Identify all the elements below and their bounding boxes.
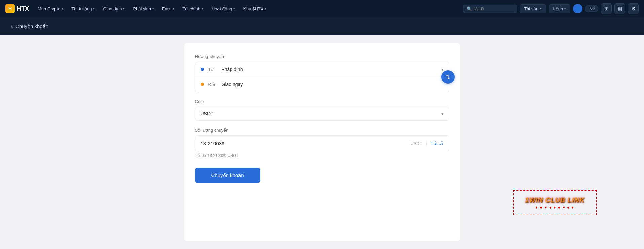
- to-value: Giao ngay: [222, 82, 444, 87]
- nav-giao-dich[interactable]: Giao dịch ▾: [100, 4, 128, 13]
- nav-khu-htx[interactable]: Khu $HTX ▾: [240, 4, 270, 13]
- direction-box: Từ Pháp định ▾ Đến Giao ngay: [195, 62, 449, 92]
- logo[interactable]: H HTX: [5, 4, 29, 13]
- chevron-down-icon: ▾: [202, 7, 203, 10]
- amount-section: Số lượng chuyển USDT Tất cả Tối đa 13.21…: [195, 128, 449, 158]
- chevron-down-icon: ▾: [265, 7, 266, 10]
- coin-select[interactable]: USDT ▾: [195, 107, 449, 121]
- ad-main-text: 1WIN CLUB LINK: [525, 196, 584, 204]
- from-label: Từ: [208, 67, 218, 72]
- chevron-down-icon: ▾: [152, 7, 154, 10]
- from-value: Pháp định: [222, 67, 437, 72]
- main-content: Hướng chuyển Từ Pháp định ▾ Đến Giao nga…: [0, 35, 644, 249]
- chevron-down-icon: ▾: [540, 7, 542, 10]
- all-button[interactable]: Tất cả: [431, 141, 444, 146]
- chevron-down-icon: ▾: [123, 7, 125, 10]
- page-container: Hướng chuyển Từ Pháp định ▾ Đến Giao nga…: [184, 43, 460, 241]
- amount-unit: USDT: [410, 141, 426, 146]
- amount-label: Số lượng chuyển: [195, 128, 449, 133]
- coin-section: Coin USDT ▾: [195, 99, 449, 121]
- to-dot: [201, 83, 204, 86]
- back-arrow-icon: ‹: [11, 23, 13, 30]
- nav-hoat-dong[interactable]: Hoạt động ▾: [208, 4, 239, 13]
- direction-section: Hướng chuyển Từ Pháp định ▾ Đến Giao nga…: [195, 54, 449, 92]
- chevron-down-icon: ▾: [441, 111, 444, 116]
- search-icon: 🔍: [467, 6, 472, 11]
- nav-phai-sinh[interactable]: Phái sinh ▾: [129, 4, 157, 13]
- settings-icon[interactable]: ⚙: [628, 3, 639, 14]
- from-dot: [201, 68, 204, 71]
- logo-icon: H: [5, 4, 15, 13]
- chevron-down-icon: ▾: [62, 7, 63, 10]
- tai-san-button[interactable]: Tài sản ▾: [520, 4, 546, 13]
- chevron-down-icon: ▾: [93, 7, 95, 10]
- subheader: ‹ Chuyển khoản: [0, 17, 644, 35]
- page-title: Chuyển khoản: [15, 23, 48, 29]
- transfer-button[interactable]: Chuyển khoản: [195, 168, 260, 183]
- lenh-button[interactable]: Lệnh ▾: [549, 4, 571, 13]
- nav-tai-chinh[interactable]: Tài chính ▾: [179, 4, 206, 13]
- to-row[interactable]: Đến Giao ngay: [195, 77, 449, 92]
- amount-box: USDT Tất cả: [195, 135, 449, 151]
- search-box[interactable]: 🔍: [463, 5, 517, 13]
- back-button[interactable]: ‹ Chuyển khoản: [11, 23, 48, 30]
- navbar: H HTX Mua Crypto ▾ Thị trường ▾ Giao dịc…: [0, 0, 644, 17]
- swap-button[interactable]: ⇅: [441, 70, 455, 84]
- notification-badge[interactable]: 7/0: [585, 5, 598, 12]
- coin-value: USDT: [201, 111, 214, 116]
- navbar-right: 🔍 Tài sản ▾ Lệnh ▾ 👤 7/0 ⊞ ▦ ⚙: [463, 3, 639, 14]
- avatar[interactable]: 👤: [573, 4, 582, 13]
- nav-mua-crypto[interactable]: Mua Crypto ▾: [34, 4, 67, 13]
- max-hint: Tối đa 13.210039 USDT: [195, 153, 449, 158]
- search-input[interactable]: [474, 6, 513, 11]
- nav-earn[interactable]: Earn ▾: [159, 4, 178, 13]
- coin-label: Coin: [195, 99, 449, 104]
- nav-thi-truong[interactable]: Thị trường ▾: [68, 4, 98, 13]
- chevron-down-icon: ▾: [441, 67, 444, 72]
- chevron-down-icon: ▾: [233, 7, 235, 10]
- chevron-down-icon: ▾: [173, 7, 174, 10]
- layout-icon[interactable]: ⊞: [601, 3, 612, 14]
- amount-input[interactable]: [201, 141, 411, 146]
- chevron-down-icon: ▾: [564, 7, 566, 10]
- direction-label: Hướng chuyển: [195, 54, 449, 59]
- ad-sub-text: ♦ ♣ ♥ ♠ ♦ ♣ ♥ ♠ ♦: [536, 205, 574, 209]
- qr-icon[interactable]: ▦: [614, 3, 625, 14]
- ad-banner: 1WIN CLUB LINK ♦ ♣ ♥ ♠ ♦ ♣ ♥ ♠ ♦: [513, 190, 597, 215]
- to-label: Đến: [208, 82, 218, 87]
- from-row[interactable]: Từ Pháp định ▾: [195, 62, 449, 77]
- logo-text: HTX: [17, 5, 29, 12]
